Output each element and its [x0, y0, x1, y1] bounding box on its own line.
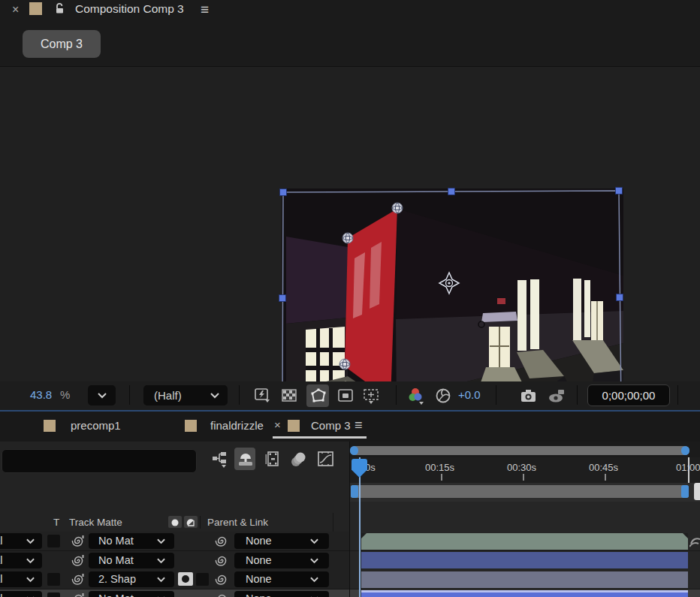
parent-link-dropdown[interactable]: None	[234, 591, 329, 597]
navigator-left-handle[interactable]	[350, 446, 358, 455]
column-track-matte[interactable]: Track Matte	[69, 513, 122, 532]
parent-pickwhip-icon[interactable]	[215, 572, 229, 589]
track-matte-dropdown[interactable]: No Mat	[89, 533, 174, 549]
parent-pickwhip-icon[interactable]	[215, 592, 229, 597]
alpha-matte-icon[interactable]	[168, 516, 182, 528]
snapshot-button[interactable]	[518, 386, 538, 406]
comp-end-marker	[688, 457, 689, 483]
graph-editor-button[interactable]	[315, 448, 336, 470]
panel-menu-icon[interactable]: ≡	[355, 418, 363, 433]
composition-image[interactable]	[282, 187, 623, 409]
comp-3-button[interactable]: Comp 3	[23, 30, 101, 58]
column-parent-link[interactable]: Parent & Link	[207, 513, 268, 532]
comp-color-swatch[interactable]	[29, 2, 42, 15]
navigator-bar[interactable]	[350, 446, 689, 455]
transparency-grid-button[interactable]	[279, 386, 299, 406]
layer-track-4-selected[interactable]	[350, 589, 700, 597]
chevron-down-icon	[157, 538, 165, 544]
layer-row-1[interactable]: mal No Mat None	[0, 532, 349, 551]
timeline-navigator[interactable]	[350, 442, 700, 457]
playhead-line[interactable]	[359, 457, 361, 597]
draft-3d-button[interactable]	[234, 448, 255, 470]
close-icon[interactable]: ×	[274, 418, 281, 431]
channel-color-button[interactable]	[406, 386, 426, 406]
invert-matte-toggle[interactable]	[196, 573, 209, 586]
layer-row-2[interactable]: mal No Mat None	[0, 551, 349, 571]
region-of-interest-icon	[337, 387, 354, 404]
exposure-button[interactable]	[433, 386, 453, 406]
column-t[interactable]: T	[53, 513, 59, 532]
timeline-column-header: T Track Matte Parent & Link	[0, 513, 333, 532]
parent-pickwhip-icon[interactable]	[215, 534, 229, 551]
track-matte-dropdown[interactable]: No Mat	[89, 591, 174, 597]
layer-row-4-selected[interactable]: mal No Mat None	[0, 589, 349, 597]
track-matte-dropdown[interactable]: No Mat	[89, 553, 174, 568]
parent-pickwhip-icon[interactable]	[215, 553, 229, 571]
zoom-dropdown[interactable]	[88, 385, 116, 406]
blend-mode-dropdown[interactable]: mal	[0, 571, 42, 587]
toolbar-separator	[677, 385, 678, 405]
panel-menu-icon[interactable]: ≡	[201, 2, 209, 18]
layer-track-2[interactable]	[350, 551, 700, 571]
parent-link-dropdown[interactable]: None	[234, 553, 329, 568]
track-matte-dropdown[interactable]: 2. Shap	[89, 571, 174, 587]
work-area-strip[interactable]	[350, 483, 700, 502]
chevron-down-icon	[310, 558, 318, 564]
show-snapshot-button[interactable]	[546, 386, 566, 406]
preserve-transparency-toggle[interactable]	[47, 535, 60, 547]
work-area-bar[interactable]	[351, 485, 689, 498]
composition-panel-header: × Composition Comp 3 ≡	[0, 0, 700, 23]
timeline-tab-bar: precomp1 finaldrizzle × Comp 3 ≡	[0, 412, 700, 442]
timeline-track-area[interactable]: 0:00s 00:15s 00:30s 00:45s 01:00s	[350, 442, 700, 597]
ruler-tick	[523, 474, 524, 481]
motion-blur-button[interactable]	[288, 448, 309, 470]
lock-open-icon[interactable]	[54, 2, 65, 17]
ruler-label: 00:45s	[589, 462, 618, 473]
matte-pickwhip-icon[interactable]	[71, 592, 86, 597]
blend-mode-dropdown[interactable]: mal	[0, 533, 42, 549]
zoom-value[interactable]: 43.8	[30, 388, 52, 401]
composition-viewport[interactable]	[0, 66, 700, 382]
layer-bar-2[interactable]	[361, 552, 688, 568]
region-of-interest-button[interactable]	[336, 386, 355, 406]
grid-guides-button[interactable]	[361, 386, 381, 406]
blend-mode-dropdown[interactable]: mal	[0, 553, 42, 568]
matte-pickwhip-icon[interactable]	[71, 534, 86, 551]
blend-mode-dropdown[interactable]: mal	[0, 591, 42, 597]
toolbar-separator	[129, 385, 130, 405]
parent-link-dropdown[interactable]: None	[234, 571, 329, 587]
layer-row-3[interactable]: mal 2. Shap None	[0, 570, 349, 589]
tab-comp3-active[interactable]: Comp 3	[311, 419, 351, 432]
frame-blend-button[interactable]	[261, 448, 282, 470]
exposure-value[interactable]: +0.0	[458, 388, 481, 401]
work-area-end-handle[interactable]	[681, 485, 689, 498]
navigator-right-handle[interactable]	[681, 446, 689, 455]
layer-bar-1[interactable]	[361, 533, 688, 550]
timecode-display[interactable]: 0;00;00;00	[587, 384, 670, 406]
preserve-transparency-toggle[interactable]	[47, 592, 60, 597]
matte-pickwhip-icon[interactable]	[71, 553, 86, 571]
layer-track-1[interactable]	[350, 532, 700, 551]
work-area-start-handle[interactable]	[351, 485, 358, 498]
search-input[interactable]	[2, 449, 197, 473]
alpha-matte-enabled-icon[interactable]	[178, 572, 193, 586]
mask-visibility-button[interactable]	[306, 384, 329, 407]
comp-flowchart-button[interactable]	[210, 448, 231, 470]
inverted-matte-icon[interactable]	[184, 516, 198, 528]
vertical-scrollbar-thumb[interactable]	[694, 483, 700, 500]
ruler-tick	[605, 474, 606, 481]
resolution-dropdown[interactable]: (Half)	[143, 385, 228, 406]
snapshot-icon	[520, 387, 538, 406]
tab-finaldrizzle[interactable]: finaldrizzle	[210, 419, 264, 432]
fast-preview-button[interactable]	[252, 386, 272, 406]
preserve-transparency-toggle[interactable]	[47, 573, 60, 586]
motion-blur-icon	[290, 451, 308, 469]
close-icon[interactable]: ×	[12, 3, 19, 17]
parent-link-dropdown[interactable]: None	[234, 533, 329, 549]
layer-track-3[interactable]	[350, 570, 700, 589]
tab-precomp1[interactable]: precomp1	[71, 419, 121, 432]
time-ruler[interactable]: 0:00s 00:15s 00:30s 00:45s 01:00s	[350, 457, 700, 484]
matte-pickwhip-icon[interactable]	[71, 572, 86, 589]
chevron-down-icon	[157, 558, 165, 564]
layer-bar-3[interactable]	[361, 571, 688, 588]
